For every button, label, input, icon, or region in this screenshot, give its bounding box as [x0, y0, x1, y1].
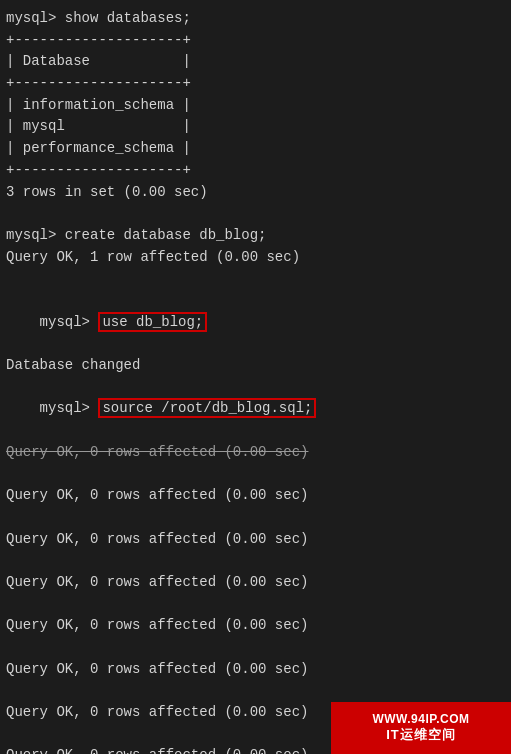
line-separator2: +--------------------+	[6, 73, 505, 95]
line-rows-in-set: 3 rows in set (0.00 sec)	[6, 182, 505, 204]
line-db-info-schema: | information_schema |	[6, 95, 505, 117]
line-blank5	[6, 550, 505, 572]
prompt-use: mysql>	[40, 314, 99, 330]
line-blank8	[6, 680, 505, 702]
line-use-cmd: mysql> use db_blog;	[6, 290, 505, 355]
line-blank2	[6, 268, 505, 290]
line-query-ok-3: Query OK, 0 rows affected (0.00 sec)	[6, 572, 505, 594]
watermark-name: IT运维空间	[386, 726, 456, 744]
line-query-ok-2: Query OK, 0 rows affected (0.00 sec)	[6, 529, 505, 551]
use-command-highlight: use db_blog;	[98, 312, 207, 332]
line-show-db-cmd: mysql> show databases;	[6, 8, 505, 30]
line-create-ok: Query OK, 1 row affected (0.00 sec)	[6, 247, 505, 269]
line-db-changed: Database changed	[6, 355, 505, 377]
line-source-cmd: mysql> source /root/db_blog.sql;	[6, 377, 505, 442]
line-blank1	[6, 203, 505, 225]
line-blank6	[6, 594, 505, 616]
line-query-ok-5: Query OK, 0 rows affected (0.00 sec)	[6, 659, 505, 681]
line-query-ok-4: Query OK, 0 rows affected (0.00 sec)	[6, 615, 505, 637]
watermark: WWW.94IP.COM IT运维空间	[331, 702, 511, 754]
line-query-ok-1: Query OK, 0 rows affected (0.00 sec)	[6, 485, 505, 507]
line-db-mysql: | mysql |	[6, 116, 505, 138]
line-create-db-cmd: mysql> create database db_blog;	[6, 225, 505, 247]
source-command-highlight: source /root/db_blog.sql;	[98, 398, 316, 418]
terminal-window: mysql> show databases; +----------------…	[0, 0, 511, 754]
line-query-ok-0: Query OK, 0 rows affected (0.00 sec)	[6, 442, 505, 464]
line-blank4	[6, 507, 505, 529]
line-blank3	[6, 463, 505, 485]
line-separator1: +--------------------+	[6, 30, 505, 52]
line-separator3: +--------------------+	[6, 160, 505, 182]
watermark-site: WWW.94IP.COM	[372, 712, 469, 726]
line-db-header: | Database |	[6, 51, 505, 73]
line-db-perf-schema: | performance_schema |	[6, 138, 505, 160]
line-blank7	[6, 637, 505, 659]
prompt-source: mysql>	[40, 400, 99, 416]
